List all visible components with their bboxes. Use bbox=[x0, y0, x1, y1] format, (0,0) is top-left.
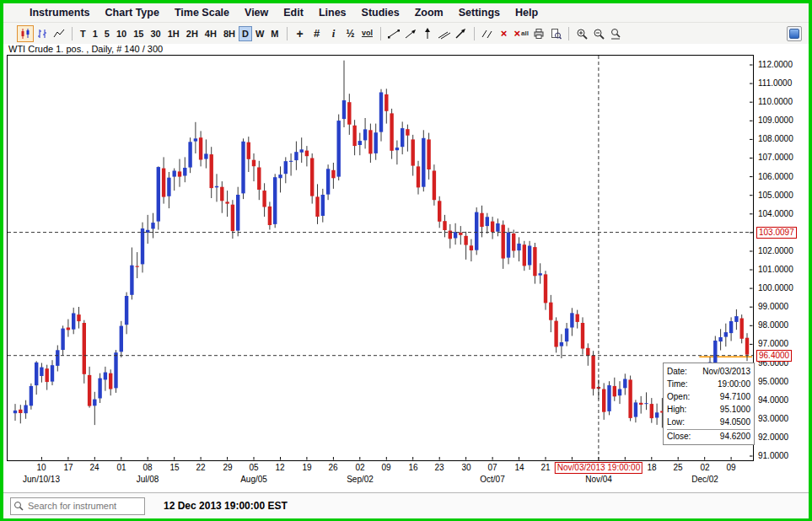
timeframe-5m-button[interactable]: 5 bbox=[101, 26, 113, 41]
crosshair-icon: + bbox=[296, 28, 303, 40]
search-input[interactable] bbox=[26, 498, 143, 514]
toolbar-separator bbox=[380, 27, 381, 40]
delete-drawing-button[interactable]: × bbox=[496, 25, 513, 42]
zoom-out-button[interactable] bbox=[590, 25, 607, 42]
timeframe-8h-button[interactable]: 8H bbox=[220, 26, 239, 41]
candlestick-icon bbox=[19, 28, 31, 40]
tooltip-high-value: 95.1000 bbox=[720, 403, 750, 416]
print-button[interactable] bbox=[530, 25, 547, 42]
x-axis-tick-label: 16 bbox=[408, 463, 417, 472]
menu-instruments[interactable]: Instruments bbox=[22, 5, 98, 20]
percent-scale-button[interactable]: ½ bbox=[342, 25, 359, 42]
toolbar-separator bbox=[568, 27, 569, 40]
x-axis-month-label: Oct/07 bbox=[480, 475, 504, 484]
tooltip-time-label: Time: bbox=[667, 378, 688, 390]
line-chart-button[interactable] bbox=[51, 25, 67, 42]
x-axis-tick-label: 23 bbox=[434, 463, 444, 472]
price-chart[interactable] bbox=[7, 55, 754, 461]
menu-bar: Instruments Chart Type Time Scale View E… bbox=[3, 3, 809, 23]
menu-studies[interactable]: Studies bbox=[354, 5, 407, 20]
vertical-line-icon bbox=[421, 28, 434, 40]
candlestick-chart-button[interactable] bbox=[17, 25, 34, 42]
menu-zoom[interactable]: Zoom bbox=[407, 5, 451, 20]
y-axis-label: 112.0000 bbox=[758, 60, 793, 70]
timeframe-30m-button[interactable]: 30 bbox=[147, 26, 164, 41]
freehand-line-button[interactable] bbox=[479, 25, 496, 42]
zoom-in-button[interactable] bbox=[573, 25, 590, 42]
x-axis-month-label: Aug/05 bbox=[240, 475, 267, 484]
arrow-tool-button[interactable] bbox=[453, 25, 470, 42]
x-axis-tick-label: 10 bbox=[36, 463, 46, 472]
x-axis-month-label: Jun/10/13 bbox=[23, 475, 60, 484]
tooltip-row: Close:94.6200 bbox=[667, 429, 750, 443]
tooltip-open-label: Open: bbox=[667, 390, 690, 403]
menu-settings[interactable]: Settings bbox=[451, 5, 508, 20]
y-axis[interactable]: 112.0000111.0000110.0000109.0000108.0000… bbox=[756, 44, 808, 492]
menu-time-scale[interactable]: Time Scale bbox=[167, 5, 237, 20]
x-axis-month-label: Sep/02 bbox=[347, 475, 374, 484]
ohlc-bars-button[interactable] bbox=[34, 25, 51, 42]
search-icon bbox=[13, 501, 24, 511]
detach-chart-icon bbox=[789, 29, 799, 39]
x-axis-tick-label: 19 bbox=[302, 463, 311, 472]
timeframe-tick-button[interactable]: T bbox=[77, 26, 89, 41]
y-axis-label: 102.0000 bbox=[758, 246, 793, 256]
parallel-channel-button[interactable] bbox=[436, 25, 453, 42]
timeframe-daily-button[interactable]: D bbox=[239, 26, 252, 41]
zoom-range-icon bbox=[610, 28, 621, 40]
freehand-line-icon bbox=[481, 28, 494, 40]
detach-chart-button[interactable] bbox=[787, 26, 802, 41]
zoom-range-button[interactable] bbox=[607, 25, 624, 42]
ohlc-bars-icon bbox=[36, 28, 48, 40]
crosshair-button[interactable]: + bbox=[292, 25, 309, 42]
timeframe-4h-button[interactable]: 4H bbox=[202, 26, 220, 41]
y-axis-label: 93.0000 bbox=[758, 414, 788, 424]
tooltip-row: Time:19:00:00 bbox=[667, 378, 750, 390]
volume-button[interactable]: vol bbox=[359, 25, 376, 42]
toolbar-separator bbox=[287, 27, 288, 40]
tooltip-date-label: Date: bbox=[667, 365, 687, 378]
menu-chart-type[interactable]: Chart Type bbox=[98, 5, 167, 20]
timeframe-weekly-button[interactable]: W bbox=[252, 26, 267, 41]
status-timestamp: 12 Dec 2013 19:00:00 EST bbox=[164, 500, 288, 512]
volume-icon: vol bbox=[362, 30, 373, 37]
status-bar: 12 Dec 2013 19:00:00 EST bbox=[3, 492, 809, 518]
menu-edit[interactable]: Edit bbox=[276, 5, 311, 20]
timeframe-monthly-button[interactable]: M bbox=[267, 26, 282, 41]
x-axis-tick-label: 21 bbox=[540, 463, 550, 472]
y-axis-label: 108.0000 bbox=[758, 134, 793, 144]
menu-help[interactable]: Help bbox=[508, 5, 546, 20]
x-axis-tick-label: 22 bbox=[196, 463, 205, 472]
x-axis-tick-label: 02 bbox=[700, 463, 709, 472]
delete-all-icon: × bbox=[514, 28, 521, 39]
print-preview-button[interactable] bbox=[547, 25, 564, 42]
tooltip-row: Date:Nov/03/2013 bbox=[667, 365, 750, 378]
menu-lines[interactable]: Lines bbox=[311, 5, 354, 20]
info-button[interactable]: i bbox=[325, 25, 342, 42]
x-axis-month-label: Dec/02 bbox=[691, 475, 718, 484]
timeframe-15m-button[interactable]: 15 bbox=[130, 26, 147, 41]
x-axis-tick-label: 05 bbox=[249, 463, 258, 472]
y-axis-label: 91.0000 bbox=[758, 451, 788, 461]
timeframe-2h-button[interactable]: 2H bbox=[183, 26, 202, 41]
trendline-tool-button[interactable] bbox=[385, 25, 402, 42]
grid-button[interactable]: # bbox=[309, 25, 325, 42]
hline-price-tag: 103.0097 bbox=[756, 227, 797, 239]
tooltip-time-value: 19:00:00 bbox=[718, 378, 750, 390]
crosshair-price-tag: 96.4000 bbox=[756, 350, 792, 362]
ray-line-button[interactable] bbox=[402, 25, 419, 42]
tooltip-open-value: 94.7100 bbox=[720, 390, 750, 403]
vertical-line-button[interactable] bbox=[419, 25, 436, 42]
timeframe-1h-button[interactable]: 1H bbox=[164, 26, 183, 41]
y-axis-label: 105.0000 bbox=[758, 191, 793, 201]
menu-view[interactable]: View bbox=[237, 5, 276, 20]
timeframe-1m-button[interactable]: 1 bbox=[89, 26, 101, 41]
timeframe-10m-button[interactable]: 10 bbox=[113, 26, 130, 41]
x-axis[interactable]: 1017240108152229051219260209162330071421… bbox=[7, 462, 754, 491]
y-axis-label: 104.0000 bbox=[758, 209, 793, 219]
x-axis-tick-label: 09 bbox=[726, 463, 735, 472]
delete-all-drawings-button[interactable]: ×all bbox=[513, 25, 531, 42]
ohlc-tooltip: Date:Nov/03/2013 Time:19:00:00 Open:94.7… bbox=[663, 363, 755, 445]
print-icon bbox=[533, 28, 545, 40]
fraction-icon: ½ bbox=[346, 29, 354, 39]
